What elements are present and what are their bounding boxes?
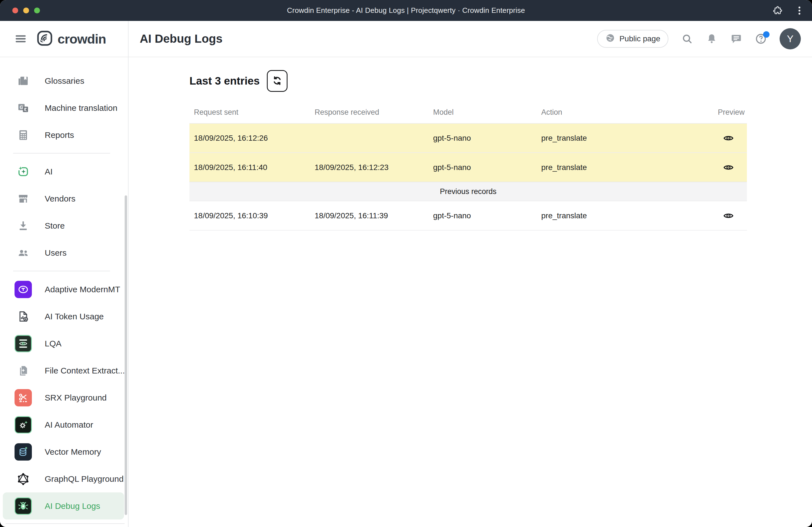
sidebar-item-label: File Context Extract... [45,366,125,375]
cell-request-sent: 18/09/2025, 16:11:40 [189,163,310,172]
search-icon [681,33,693,45]
sidebar-header: crowdin [0,21,128,57]
minimize-window-button[interactable] [23,7,29,13]
refresh-button[interactable] [267,70,288,92]
lqa-icon [15,335,32,352]
sidebar-divider [13,271,110,271]
public-page-label: Public page [620,34,660,43]
previous-records-button[interactable]: Previous records [189,182,747,201]
sidebar-item-graphql-playground[interactable]: GraphQL Playground [3,465,124,492]
column-header-response-received: Response received [310,108,429,117]
sidebar-item-label: Store [45,221,65,230]
sidebar-item-glossaries[interactable]: Glossaries [3,67,124,94]
ai-token-usage-icon [15,308,32,325]
sidebar-item-vector-memory[interactable]: Vector Memory [3,438,124,465]
sidebar-item-adaptive-modernmt[interactable]: Adaptive ModernMT [3,276,124,303]
search-button[interactable] [681,33,693,45]
cell-model: gpt-5-nano [429,163,537,172]
public-page-button[interactable]: Public page [597,30,668,48]
preview-button[interactable] [723,162,747,173]
refresh-icon [272,75,283,87]
page-header: AI Debug Logs Public page Y [129,21,812,57]
sidebar-item-label: SRX Playground [45,393,107,403]
cell-request-sent: 18/09/2025, 16:10:39 [189,211,310,220]
sidebar-item-ai[interactable]: AI [3,158,124,185]
table-row: 18/09/2025, 16:10:39 18/09/2025, 16:11:3… [189,201,747,230]
bell-icon [706,33,717,45]
sidebar-item-label: Vector Memory [45,447,101,457]
debug-logs-table: Request sentResponse receivedModelAction… [189,101,747,230]
sidebar-item-ai-debug-logs[interactable]: AI Debug Logs [3,492,124,520]
help-button[interactable] [755,33,767,45]
preview-button[interactable] [723,133,747,144]
sidebar-item-label: AI [45,167,53,177]
sidebar-item-label: AI Debug Logs [45,501,100,511]
browser-menu-kebab-icon[interactable] [794,5,805,16]
table-header-row: Request sentResponse receivedModelAction… [189,101,747,123]
ai-automator-icon [15,416,32,434]
ai-debug-logs-icon [15,497,32,515]
notifications-button[interactable] [706,33,717,45]
sidebar-item-lqa[interactable]: LQA [3,330,124,357]
sidebar-item-ai-token-usage[interactable]: AI Token Usage [3,303,124,330]
glossaries-icon [15,72,32,90]
avatar[interactable]: Y [780,28,801,49]
users-icon [15,244,32,261]
sidebar-item-label: GraphQL Playground [45,474,124,484]
sidebar-divider [13,153,110,153]
table-row: 18/09/2025, 16:11:40 18/09/2025, 16:12:2… [189,152,747,182]
eye-icon [723,210,734,221]
column-header-action: Action [537,108,693,117]
table-body: 18/09/2025, 16:12:26 gpt-5-nano pre_tran… [189,123,747,230]
vendors-icon [15,190,32,207]
sidebar-item-label: AI Automator [45,420,93,430]
menu-icon[interactable] [15,33,30,45]
cell-action: pre_translate [537,163,693,172]
crowdin-logo[interactable]: crowdin [36,30,106,48]
sidebar-item-file-context-extract[interactable]: File Context Extract... [3,357,124,384]
sidebar-scrollbar[interactable] [125,195,127,515]
srx-playground-icon [15,389,32,406]
graphql-playground-icon [15,470,32,488]
adaptive-modernmt-icon [15,281,32,298]
entries-heading: Last 3 entries [189,75,260,87]
sidebar-item-label: Adaptive ModernMT [45,285,120,294]
vector-memory-icon [15,443,32,461]
sidebar-item-users[interactable]: Users [3,239,124,266]
preview-button[interactable] [723,210,747,221]
sidebar-item-label: AI Token Usage [45,312,104,321]
sidebar-item-label: Machine translation [45,103,117,113]
sidebar-item-srx-playground[interactable]: SRX Playground [3,384,124,411]
sidebar-bottom-divider [5,523,125,524]
chat-icon [730,33,742,45]
ai-icon [15,163,32,180]
sidebar-item-machine-translation[interactable]: G Machine translation [3,94,124,121]
browser-tab-title: Crowdin Enterprise - AI Debug Logs | Pro… [287,6,525,15]
sidebar-item-label: Reports [45,130,74,140]
store-icon [15,217,32,235]
sidebar-item-ai-automator[interactable]: AI Automator [3,411,124,438]
eye-icon [723,133,734,144]
cell-response-received: 18/09/2025, 16:12:23 [310,163,429,172]
sidebar-item-reports[interactable]: Reports [3,121,124,149]
page-title: AI Debug Logs [140,32,222,45]
eye-icon [723,162,734,173]
sidebar-nav: Glossaries G Machine translation Reports… [0,57,128,520]
svg-text:G: G [19,104,23,110]
extensions-puzzle-icon[interactable] [772,5,783,16]
cell-model: gpt-5-nano [429,211,537,220]
close-window-button[interactable] [12,7,18,13]
crowdin-wordmark: crowdin [58,31,106,47]
sidebar-item-label: Glossaries [45,76,84,86]
window-controls [12,0,40,21]
zoom-window-button[interactable] [34,7,40,13]
sidebar: crowdin Glossaries G Machine translation… [0,21,129,527]
cell-action: pre_translate [537,134,693,142]
sidebar-item-vendors[interactable]: Vendors [3,185,124,212]
messages-button[interactable] [730,33,742,45]
sidebar-item-store[interactable]: Store [3,212,124,239]
reports-icon [15,126,32,144]
column-header-request-sent: Request sent [189,108,310,117]
column-header-model: Model [429,108,537,117]
sidebar-item-label: Vendors [45,194,75,204]
